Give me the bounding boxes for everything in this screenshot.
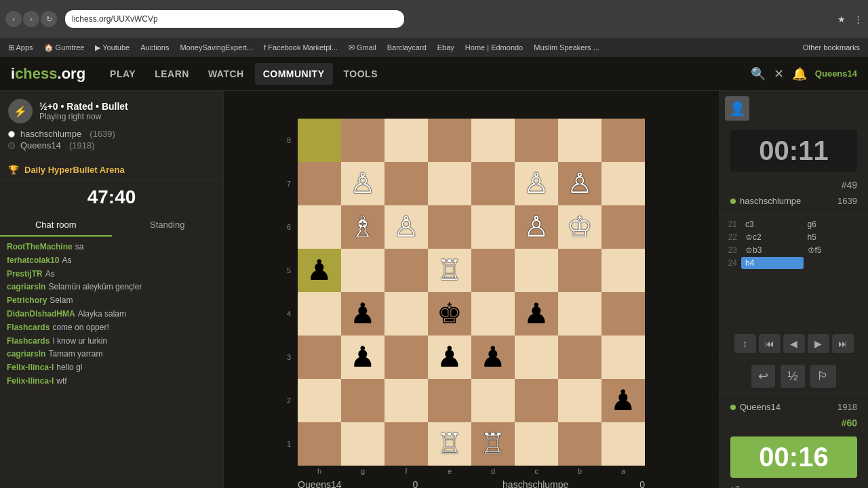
move-black[interactable] <box>804 262 866 264</box>
chat-sender[interactable]: cagriarsln <box>7 349 45 359</box>
piece-wR[interactable]: ♖ <box>437 256 462 285</box>
square-g2[interactable] <box>341 379 384 422</box>
square-e6[interactable] <box>428 205 471 249</box>
square-g1[interactable] <box>341 422 384 466</box>
takeback-button[interactable]: ↩ <box>751 365 775 388</box>
piece-wP[interactable]: ♙ <box>524 169 549 198</box>
square-h4[interactable] <box>298 292 341 336</box>
chat-sender[interactable]: Flashcards <box>7 336 50 346</box>
square-c2[interactable] <box>515 379 558 422</box>
square-a5[interactable] <box>601 249 645 292</box>
resign-button[interactable]: 🏳 <box>810 365 836 388</box>
bell-icon[interactable]: 🔔 <box>792 66 807 81</box>
chat-sender[interactable]: RootTheMachine <box>7 242 73 251</box>
piece-bP[interactable]: ♟ <box>307 256 332 285</box>
user-name[interactable]: Queens14 <box>815 68 857 79</box>
bookmark-barclaycard[interactable]: Barclaycard <box>384 42 429 53</box>
piece-bP[interactable]: ♟ <box>350 343 376 371</box>
bookmark-facebook[interactable]: f Facebook Marketpl... <box>261 42 340 53</box>
tab-chat[interactable]: Chat room <box>0 214 112 237</box>
square-b2[interactable] <box>558 379 601 422</box>
square-h5[interactable]: ♟ <box>298 249 341 292</box>
forward-button[interactable]: › <box>23 11 39 27</box>
square-c5[interactable] <box>515 249 558 292</box>
square-a6[interactable] <box>601 205 645 249</box>
bookmark-ebay[interactable]: Ebay <box>435 42 457 53</box>
square-g5[interactable] <box>341 249 384 292</box>
browser-controls[interactable]: ‹ › ↻ <box>5 11 57 27</box>
piece-bP[interactable]: ♟ <box>524 300 549 328</box>
piece-wK[interactable]: ♔ <box>567 213 593 241</box>
move-black[interactable]: ♔f5 <box>804 244 866 256</box>
piece-bK[interactable]: ♚ <box>437 300 462 328</box>
move-white[interactable]: ♔c2 <box>741 231 804 243</box>
square-a8[interactable] <box>601 119 645 162</box>
square-h8[interactable] <box>298 119 341 162</box>
chat-sender[interactable]: PrestijTR <box>7 269 43 279</box>
chat-sender[interactable]: Felix-Ilinca-I <box>7 376 54 386</box>
square-d4[interactable] <box>471 292 515 336</box>
bookmark-apps[interactable]: ⊞ Apps <box>5 42 36 54</box>
square-f3[interactable] <box>384 336 428 379</box>
square-f2[interactable] <box>384 379 428 422</box>
bookmark-muslim[interactable]: Muslim Speakers ... <box>531 42 602 53</box>
chat-sender[interactable]: cagriarsln <box>7 282 45 291</box>
move-white[interactable]: c3 <box>741 218 804 230</box>
square-e4[interactable]: ♚ <box>428 292 471 336</box>
square-d5[interactable] <box>471 249 515 292</box>
bookmark-home[interactable]: Home | Edmondo <box>462 42 526 53</box>
square-g4[interactable]: ♟ <box>341 292 384 336</box>
player-name[interactable]: Queens14 <box>740 402 781 412</box>
square-d6[interactable] <box>471 205 515 249</box>
square-d8[interactable] <box>471 119 515 162</box>
next-move-button[interactable]: ▶ <box>808 334 829 353</box>
square-b4[interactable] <box>558 292 601 336</box>
move-black[interactable]: g6 <box>804 218 866 230</box>
square-b5[interactable] <box>558 249 601 292</box>
flip-board-button[interactable]: ↕ <box>734 334 756 353</box>
piece-wP[interactable]: ♙ <box>350 169 376 198</box>
square-b3[interactable] <box>558 336 601 379</box>
white-player-name[interactable]: haschschlumpe <box>20 129 81 139</box>
square-b6[interactable]: ♔ <box>558 205 601 249</box>
square-f8[interactable] <box>384 119 428 162</box>
chat-sender[interactable]: Flashcards <box>7 323 50 332</box>
browser-icon-menu[interactable]: ⋮ <box>854 14 863 24</box>
first-move-button[interactable]: ⏮ <box>759 334 781 353</box>
square-e3[interactable]: ♟ <box>428 336 471 379</box>
chat-sender[interactable]: Petrichory <box>7 296 47 305</box>
square-h3[interactable] <box>298 336 341 379</box>
piece-bP[interactable]: ♟ <box>610 386 636 415</box>
nav-tools[interactable]: TOOLS <box>336 63 386 85</box>
square-f6[interactable]: ♙ <box>384 205 428 249</box>
black-player-name[interactable]: Queens14 <box>20 140 61 150</box>
piece-bP[interactable]: ♟ <box>350 300 376 328</box>
bookmark-youtube[interactable]: ▶ Youtube <box>92 42 132 54</box>
chat-sender[interactable]: Felix-Ilinca-I <box>7 363 54 372</box>
square-f5[interactable] <box>384 249 428 292</box>
square-c6[interactable]: ♙ <box>515 205 558 249</box>
square-f1[interactable] <box>384 422 428 466</box>
square-c7[interactable]: ♙ <box>515 162 558 205</box>
square-g7[interactable]: ♙ <box>341 162 384 205</box>
piece-wP[interactable]: ♙ <box>524 213 549 241</box>
square-c1[interactable] <box>515 422 558 466</box>
back-button[interactable]: ‹ <box>5 11 22 27</box>
piece-wP[interactable]: ♙ <box>567 169 593 198</box>
bookmark-mse[interactable]: MoneySavingExpert... <box>177 42 256 53</box>
reload-button[interactable]: ↻ <box>41 11 57 27</box>
square-c3[interactable] <box>515 336 558 379</box>
square-a4[interactable] <box>601 292 645 336</box>
nav-learn[interactable]: LEARN <box>146 63 197 85</box>
square-e8[interactable] <box>428 119 471 162</box>
square-e7[interactable] <box>428 162 471 205</box>
square-a1[interactable] <box>601 422 645 466</box>
opponent-name[interactable]: haschschlumpe <box>740 196 801 206</box>
last-move-button[interactable]: ⏭ <box>832 334 854 353</box>
tab-standing[interactable]: Standing <box>112 214 224 237</box>
square-g3[interactable]: ♟ <box>341 336 384 379</box>
bookmark-other[interactable]: Other bookmarks <box>800 42 863 53</box>
close-icon[interactable]: ✕ <box>774 66 784 81</box>
square-d1[interactable]: ♖ <box>471 422 515 466</box>
browser-icon-star[interactable]: ★ <box>837 14 846 24</box>
